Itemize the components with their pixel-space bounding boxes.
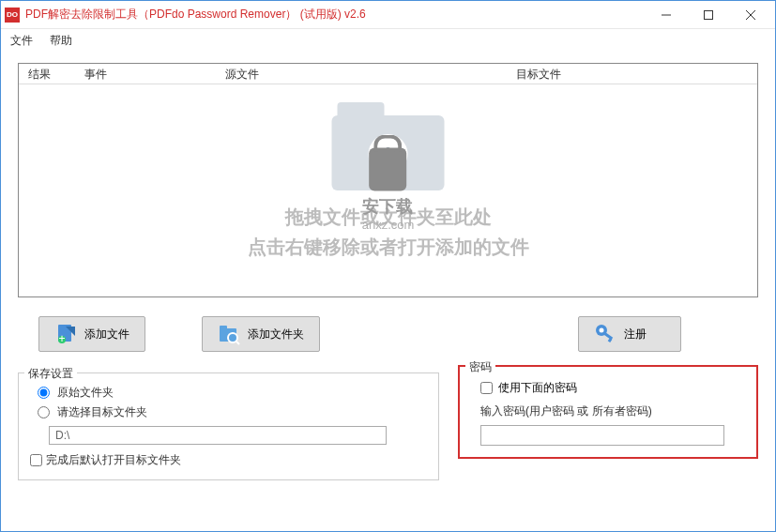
svg-rect-9 <box>220 326 227 330</box>
window-controls <box>645 2 771 28</box>
svg-rect-14 <box>603 332 613 340</box>
radio-select-folder[interactable]: 请选择目标文件夹 <box>38 404 427 420</box>
menu-file[interactable]: 文件 <box>10 33 33 49</box>
col-event[interactable]: 事件 <box>75 64 216 84</box>
password-entry-label: 输入密码(用户密码 或 所有者密码) <box>480 403 745 419</box>
drop-placeholder: + 拖拽文件或文件夹至此处 点击右键移除或者打开添加的文件 <box>19 99 757 262</box>
password-legend: 密码 <box>465 359 495 375</box>
radio-original-input[interactable] <box>38 387 50 399</box>
radio-select-input[interactable] <box>38 406 50 418</box>
radio-original-label: 原始文件夹 <box>57 385 114 401</box>
folder-plus-icon: + <box>332 99 445 192</box>
add-folder-label: 添加文件夹 <box>248 327 304 342</box>
col-source[interactable]: 源文件 <box>216 64 507 84</box>
file-add-icon: + <box>54 323 77 345</box>
maximize-button[interactable] <box>687 2 729 28</box>
password-group: 密码 使用下面的密码 输入密码(用户密码 或 所有者密码) <box>458 365 758 459</box>
svg-text:+: + <box>58 332 65 345</box>
target-path-input[interactable] <box>49 426 387 445</box>
placeholder-line1: 拖拽文件或文件夹至此处 <box>19 202 757 232</box>
add-folder-button[interactable]: 添加文件夹 <box>202 316 320 352</box>
svg-point-13 <box>600 328 604 333</box>
use-password-check[interactable]: 使用下面的密码 <box>480 380 745 396</box>
check-open-after[interactable]: 完成后默认打开目标文件夹 <box>30 452 427 468</box>
close-button[interactable] <box>729 2 771 28</box>
svg-line-11 <box>236 342 239 344</box>
menu-bar: 文件 帮助 <box>1 29 775 52</box>
password-input[interactable] <box>480 425 724 446</box>
radio-select-label: 请选择目标文件夹 <box>57 404 147 420</box>
folder-search-icon <box>218 323 240 345</box>
svg-rect-1 <box>704 10 712 19</box>
button-row: + 添加文件 添加文件夹 注册 <box>1 303 775 365</box>
save-settings-group: 保存设置 原始文件夹 请选择目标文件夹 完成后默认打开目标文件夹 <box>18 372 439 480</box>
menu-help[interactable]: 帮助 <box>50 33 72 49</box>
radio-original-folder[interactable]: 原始文件夹 <box>38 385 427 401</box>
use-password-label: 使用下面的密码 <box>498 380 577 396</box>
placeholder-line2: 点击右键移除或者打开添加的文件 <box>19 232 757 262</box>
col-target[interactable]: 目标文件 <box>507 64 757 84</box>
check-open-label: 完成后默认打开目标文件夹 <box>46 452 181 468</box>
window-title: PDF解密去除限制工具（PDFdo Password Remover） (试用版… <box>25 7 645 23</box>
add-file-button[interactable]: + 添加文件 <box>38 316 145 352</box>
title-bar: DO PDF解密去除限制工具（PDFdo Password Remover） (… <box>1 1 775 29</box>
register-label: 注册 <box>624 327 647 342</box>
add-file-label: 添加文件 <box>84 327 129 342</box>
app-icon: DO <box>5 8 20 23</box>
file-list[interactable]: 结果 事件 源文件 目标文件 + 拖拽文件或文件夹至此处 点击右键移除或者打开添… <box>18 63 758 297</box>
list-header: 结果 事件 源文件 目标文件 <box>19 64 757 84</box>
col-result[interactable]: 结果 <box>19 64 75 84</box>
use-password-input[interactable] <box>480 382 493 394</box>
key-icon <box>594 323 616 345</box>
register-button[interactable]: 注册 <box>578 316 681 352</box>
check-open-input[interactable] <box>30 454 42 466</box>
minimize-button[interactable] <box>645 2 687 28</box>
save-legend: 保存设置 <box>24 366 77 382</box>
